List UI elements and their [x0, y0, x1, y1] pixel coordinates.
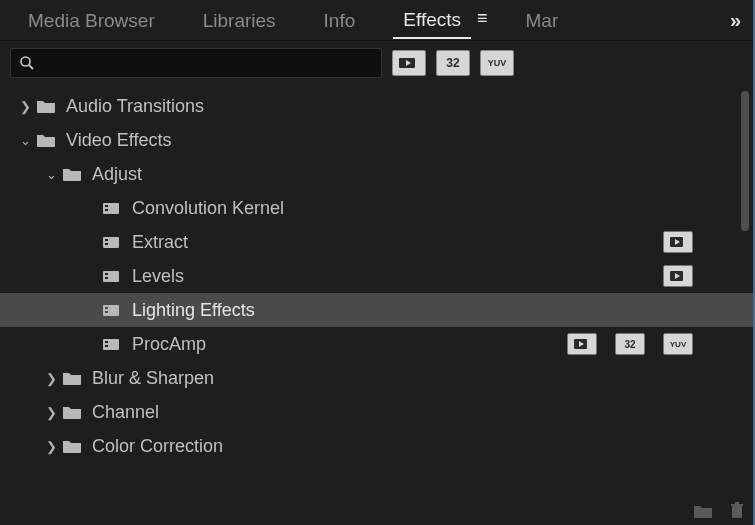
svg-rect-14 — [105, 277, 108, 279]
search-input[interactable] — [41, 54, 373, 73]
tree-folder-channel[interactable]: ❯ Channel — [0, 395, 753, 429]
folder-icon — [62, 404, 82, 420]
svg-rect-5 — [105, 205, 108, 207]
svg-rect-17 — [103, 305, 119, 316]
tree-effect-convolution-kernel[interactable]: · Convolution Kernel — [0, 191, 753, 225]
tree-label: Adjust — [92, 164, 142, 185]
chevron-down-icon: ⌄ — [18, 133, 32, 148]
tree-folder-blur-sharpen[interactable]: ❯ Blur & Sharpen — [0, 361, 753, 395]
chevron-right-icon: ❯ — [18, 99, 32, 114]
chevron-right-icon: ❯ — [44, 439, 58, 454]
tab-overflow-button[interactable]: » — [724, 5, 747, 36]
preset-icon — [102, 200, 122, 216]
svg-rect-13 — [105, 273, 108, 275]
new-bin-button[interactable] — [693, 503, 713, 519]
effect-badges: 32 YUV — [567, 333, 753, 355]
filter-32bit-button[interactable]: 32 — [436, 50, 470, 76]
chevron-right-icon: ❯ — [44, 371, 58, 386]
tree-folder-video-effects[interactable]: ⌄ Video Effects — [0, 123, 753, 157]
svg-rect-19 — [105, 311, 108, 313]
panel-menu-icon[interactable]: ≡ — [477, 8, 488, 33]
svg-rect-7 — [103, 237, 119, 248]
badge-accelerated-icon — [567, 333, 597, 355]
effect-badges — [663, 265, 753, 287]
search-icon — [19, 55, 35, 71]
folder-icon — [62, 438, 82, 454]
scrollbar-thumb[interactable] — [741, 91, 749, 231]
tree-label: Levels — [132, 266, 184, 287]
svg-line-1 — [29, 65, 33, 69]
tree-label: Lighting Effects — [132, 300, 255, 321]
tab-libraries[interactable]: Libraries — [193, 2, 286, 38]
svg-rect-21 — [105, 341, 108, 343]
tab-effects[interactable]: Effects — [393, 1, 471, 39]
svg-rect-8 — [105, 239, 108, 241]
svg-rect-18 — [105, 307, 108, 309]
tab-media-browser[interactable]: Media Browser — [18, 2, 165, 38]
folder-icon — [36, 132, 56, 148]
svg-rect-20 — [103, 339, 119, 350]
badge-yuv: YUV — [663, 333, 693, 355]
tree-label: ProcAmp — [132, 334, 206, 355]
tree-label: Convolution Kernel — [132, 198, 284, 219]
search-row: 32 YUV — [0, 41, 753, 85]
tab-bar: Media Browser Libraries Info Effects ≡ M… — [0, 0, 753, 41]
chevron-down-icon: ⌄ — [44, 167, 58, 182]
tree-folder-color-correction[interactable]: ❯ Color Correction — [0, 429, 753, 463]
search-box[interactable] — [10, 48, 382, 78]
svg-rect-26 — [731, 504, 743, 506]
tree-label: Blur & Sharpen — [92, 368, 214, 389]
folder-icon — [62, 370, 82, 386]
tree-effect-lighting-effects[interactable]: · Lighting Effects — [0, 293, 753, 327]
tree-label: Extract — [132, 232, 188, 253]
folder-icon — [62, 166, 82, 182]
tree-folder-audio-transitions[interactable]: ❯ Audio Transitions — [0, 89, 753, 123]
chevron-right-icon: ❯ — [44, 405, 58, 420]
tree-folder-adjust[interactable]: ⌄ Adjust — [0, 157, 753, 191]
tree-label: Color Correction — [92, 436, 223, 457]
svg-rect-22 — [105, 345, 108, 347]
svg-rect-9 — [105, 243, 108, 245]
svg-rect-25 — [732, 506, 742, 518]
preset-icon — [102, 268, 122, 284]
preset-icon — [102, 234, 122, 250]
tree-container: ❯ Audio Transitions ⌄ Video Effects ⌄ — [0, 85, 753, 497]
svg-rect-12 — [103, 271, 119, 282]
tree-effect-levels[interactable]: · Levels — [0, 259, 753, 293]
effects-panel: Media Browser Libraries Info Effects ≡ M… — [0, 0, 755, 525]
badge-32bit: 32 — [615, 333, 645, 355]
folder-icon — [36, 98, 56, 114]
tree-label: Audio Transitions — [66, 96, 204, 117]
tree-effect-extract[interactable]: · Extract — [0, 225, 753, 259]
tab-info[interactable]: Info — [314, 2, 366, 38]
filter-accelerated-button[interactable] — [392, 50, 426, 76]
svg-rect-27 — [735, 502, 739, 504]
badge-accelerated-icon — [663, 231, 693, 253]
tree-label: Video Effects — [66, 130, 171, 151]
svg-rect-6 — [105, 209, 108, 211]
tree-effect-procamp[interactable]: · ProcAmp 32 YUV — [0, 327, 753, 361]
effects-tree: ❯ Audio Transitions ⌄ Video Effects ⌄ — [0, 85, 753, 467]
effect-badges — [663, 231, 753, 253]
badge-accelerated-icon — [663, 265, 693, 287]
delete-button[interactable] — [729, 502, 745, 520]
filter-yuv-button[interactable]: YUV — [480, 50, 514, 76]
preset-icon — [102, 302, 122, 318]
tree-label: Channel — [92, 402, 159, 423]
tab-markers-truncated[interactable]: Mar — [516, 2, 569, 38]
panel-footer — [693, 497, 745, 525]
svg-rect-4 — [103, 203, 119, 214]
svg-point-0 — [21, 57, 30, 66]
preset-icon — [102, 336, 122, 352]
